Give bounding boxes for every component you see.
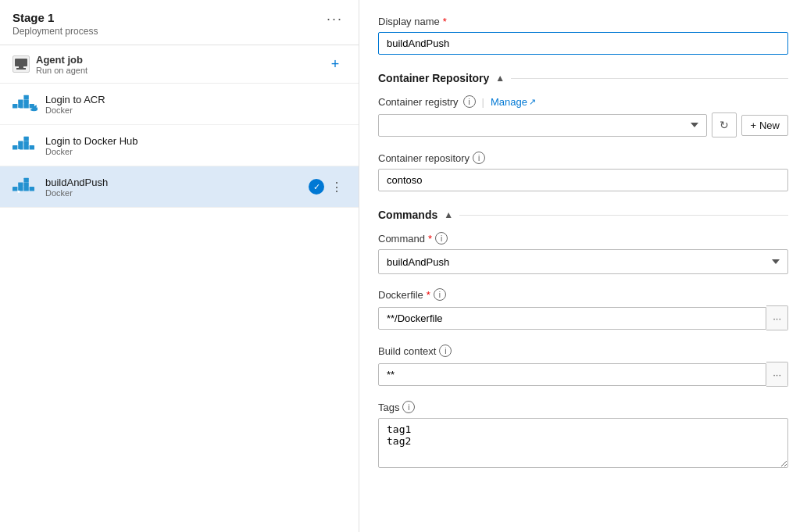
docker-icon (12, 91, 37, 116)
repository-info-icon[interactable]: i (473, 152, 485, 164)
svg-rect-5 (23, 104, 28, 109)
dockerfile-group: Dockerfile * i ··· (378, 288, 788, 330)
task-name-docker-hub: Login to Docker Hub (45, 135, 346, 147)
dockerfile-label: Dockerfile * i (378, 288, 788, 301)
container-repository-collapse-icon[interactable]: ▲ (495, 73, 505, 84)
svg-rect-16 (23, 141, 28, 145)
task-actions: ✓ ⋮ (309, 178, 346, 196)
stage-title: Stage 1 (12, 11, 98, 24)
registry-label: Container registry (378, 96, 459, 108)
svg-point-18 (17, 149, 20, 152)
commands-collapse-icon[interactable]: ▲ (444, 209, 453, 220)
repository-input[interactable] (378, 169, 788, 191)
svg-rect-23 (18, 182, 23, 187)
svg-rect-21 (23, 187, 28, 191)
agent-job-labels: Agent job Run on agent (36, 54, 87, 75)
refresh-registry-button[interactable]: ↻ (712, 112, 737, 137)
tags-label: Tags i (378, 401, 788, 413)
commands-section-divider (459, 215, 788, 216)
tags-info-icon[interactable]: i (402, 401, 415, 413)
stage-header: Stage 1 Deployment process ··· (0, 0, 359, 45)
registry-row: Container registry i | Manage ↗ (378, 95, 788, 108)
svg-rect-7 (18, 99, 23, 104)
build-context-input-row: ··· (378, 362, 788, 387)
registry-select-row: ↻ + New (378, 112, 788, 137)
registry-dropdown[interactable] (378, 114, 707, 137)
display-name-group: Display name * (378, 16, 788, 55)
agent-job-row: Agent job Run on agent + (0, 45, 359, 84)
task-item-build-and-push[interactable]: buildAndPush Docker ✓ ⋮ (0, 166, 359, 208)
svg-rect-13 (23, 145, 28, 150)
svg-rect-1 (19, 66, 23, 68)
dockerfile-input[interactable] (378, 307, 766, 330)
task-info-build-and-push: buildAndPush Docker (45, 177, 301, 198)
svg-rect-25 (23, 178, 28, 183)
svg-rect-2 (16, 68, 26, 70)
docker-icon-2 (12, 133, 37, 158)
svg-rect-22 (30, 187, 34, 191)
task-name: Login to ACR (45, 94, 346, 105)
container-registry-group: Container registry i | Manage ↗ ↻ + New (378, 95, 788, 137)
command-info-icon[interactable]: i (435, 232, 448, 245)
svg-rect-24 (23, 182, 28, 187)
agent-job-info: Agent job Run on agent (12, 54, 87, 75)
task-sublabel: Docker (45, 105, 346, 115)
agent-job-sublabel: Run on agent (36, 66, 87, 75)
command-label: Command * i (378, 232, 788, 245)
add-task-button[interactable]: + (324, 53, 346, 75)
dockerfile-browse-button[interactable]: ··· (766, 305, 788, 330)
tags-textarea[interactable]: tag1 tag2 (378, 418, 788, 468)
svg-rect-11 (12, 145, 17, 150)
svg-rect-8 (23, 99, 28, 104)
new-registry-button[interactable]: + New (741, 115, 788, 136)
section-divider (511, 78, 788, 79)
commands-section-header: Commands ▲ (378, 205, 788, 221)
svg-point-26 (17, 191, 20, 193)
container-repository-title: Container Repository (378, 72, 489, 84)
svg-rect-4 (18, 104, 23, 109)
external-link-icon: ↗ (529, 97, 536, 107)
task-item-login-acr[interactable]: Login to ACR Docker (0, 84, 359, 125)
dockerfile-info-icon[interactable]: i (434, 288, 446, 301)
build-context-group: Build context i ··· (378, 345, 788, 387)
svg-rect-12 (18, 145, 23, 150)
dockerfile-required-star: * (427, 289, 430, 301)
task-item-login-docker-hub[interactable]: Login to Docker Hub Docker (0, 125, 359, 166)
stage-menu-button[interactable]: ··· (323, 11, 346, 27)
right-panel: Display name * Container Repository ▲ Co… (359, 0, 807, 532)
build-context-browse-button[interactable]: ··· (766, 362, 788, 387)
svg-rect-14 (30, 145, 34, 150)
build-context-info-icon[interactable]: i (439, 345, 452, 357)
svg-rect-9 (23, 95, 28, 100)
build-context-input[interactable] (378, 363, 766, 386)
docker-icon-3 (12, 174, 37, 199)
dockerfile-input-row: ··· (378, 305, 788, 330)
command-required-star: * (428, 233, 432, 245)
repository-label: Container repository i (378, 152, 788, 164)
left-panel: Stage 1 Deployment process ··· Agent job… (0, 0, 359, 532)
task-info-login-acr: Login to ACR Docker (45, 94, 346, 115)
plus-icon: + (750, 120, 756, 131)
build-context-label: Build context i (378, 345, 788, 357)
display-name-label: Display name * (378, 16, 788, 27)
task-sublabel-docker-hub: Docker (45, 147, 346, 156)
svg-rect-20 (18, 187, 23, 191)
manage-link[interactable]: Manage ↗ (491, 96, 536, 108)
container-repository-group: Container repository i (378, 152, 788, 191)
command-group: Command * i buildAndPush (378, 232, 788, 274)
svg-point-10 (17, 108, 20, 110)
svg-rect-17 (23, 137, 28, 141)
container-repository-section-header: Container Repository ▲ (378, 69, 788, 84)
pipe-divider: | (482, 96, 484, 108)
task-sublabel-build-and-push: Docker (45, 188, 301, 198)
task-menu-button[interactable]: ⋮ (327, 178, 346, 196)
agent-job-label: Agent job (36, 54, 87, 66)
svg-rect-0 (15, 59, 27, 66)
command-dropdown[interactable]: buildAndPush (378, 249, 788, 274)
stage-info: Stage 1 Deployment process (12, 11, 98, 37)
display-name-input[interactable] (378, 32, 788, 55)
required-star: * (443, 16, 447, 27)
agent-icon (12, 55, 30, 73)
registry-info-icon[interactable]: i (463, 95, 476, 108)
tags-group: Tags i tag1 tag2 (378, 401, 788, 470)
